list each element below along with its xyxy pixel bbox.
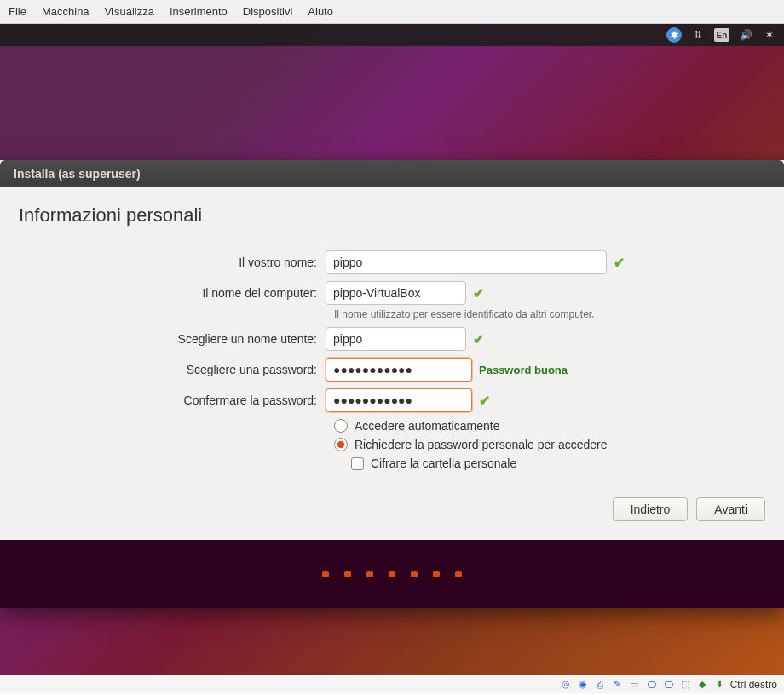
radio-auto-login[interactable]: Accedere automaticamente — [334, 419, 765, 433]
label-username: Scegliere un nome utente: — [19, 332, 326, 346]
radio-label: Accedere automaticamente — [355, 419, 499, 433]
installer-window: Installa (as superuser) Informazioni per… — [0, 160, 784, 608]
check-icon: ✔ — [479, 393, 490, 409]
guest-top-panel: ✱ ⇅ En 🔊 ✶ — [0, 24, 784, 46]
usb-icon[interactable]: ⎙ — [594, 678, 607, 691]
progress-dot — [455, 571, 462, 577]
name-input[interactable] — [326, 250, 607, 274]
check-icon: ✔ — [473, 285, 484, 302]
label-computer: Il nome del computer: — [19, 286, 326, 300]
progress-dot — [389, 571, 395, 577]
password-strength-label: Password buona — [479, 364, 568, 376]
progress-indicator — [0, 540, 784, 608]
vm-host-menubar: File Macchina Visualizza Inserimento Dis… — [0, 0, 784, 24]
page-heading: Informazioni personali — [19, 204, 765, 227]
vm-menu-file[interactable]: File — [9, 5, 26, 18]
network-icon[interactable]: ⇅ — [690, 27, 706, 43]
clipboard-icon[interactable]: ◆ — [696, 678, 709, 691]
accessibility-icon[interactable]: ✱ — [666, 27, 682, 43]
progress-dot — [366, 571, 373, 577]
vm-status-bar: ◎ ◉ ⎙ ✎ ▭ 🖵 🖵 ⬚ ◆ ⬇ Ctrl destro — [0, 675, 784, 693]
label-password: Scegliere una password: — [19, 363, 326, 376]
optical-icon[interactable]: ◉ — [577, 678, 590, 691]
vm-menu-inserimento[interactable]: Inserimento — [170, 5, 228, 18]
label-confirm: Confermare la password: — [19, 393, 326, 407]
check-icon: ✔ — [614, 255, 625, 271]
shared-folder-icon[interactable]: ✎ — [611, 678, 624, 691]
session-icon[interactable]: ✶ — [762, 27, 777, 43]
password-input[interactable] — [326, 358, 472, 382]
language-indicator[interactable]: En — [714, 27, 729, 43]
vm-menu-dispositivi[interactable]: Dispositivi — [243, 5, 293, 18]
audio-icon[interactable]: 🖵 — [662, 678, 675, 691]
radio-icon — [334, 438, 348, 451]
checkbox-icon — [351, 457, 364, 470]
guest-additions-icon[interactable]: ⬇ — [713, 678, 726, 691]
checkbox-label: Cifrare la cartella personale — [371, 457, 516, 470]
window-titlebar: Installa (as superuser) — [0, 160, 784, 187]
computer-name-hint: Il nome utilizzato per essere identifica… — [334, 308, 765, 320]
progress-dot — [344, 571, 351, 577]
back-button[interactable]: Indietro — [613, 497, 689, 521]
radio-require-password[interactable]: Richiedere la password personale per acc… — [334, 438, 765, 451]
confirm-password-input[interactable] — [326, 388, 472, 412]
check-icon: ✔ — [473, 331, 484, 348]
vm-menu-aiuto[interactable]: Aiuto — [308, 5, 333, 18]
display-icon[interactable]: ▭ — [628, 678, 641, 691]
progress-dot — [411, 571, 418, 577]
label-name: Il vostro nome: — [19, 256, 326, 269]
host-key-label: Ctrl destro — [730, 679, 777, 691]
next-button[interactable]: Avanti — [696, 497, 765, 521]
network-status-icon[interactable]: 🖵 — [645, 678, 658, 691]
computer-name-input[interactable] — [326, 281, 466, 305]
vm-menu-macchina[interactable]: Macchina — [42, 5, 89, 18]
radio-label: Richiedere la password personale per acc… — [355, 438, 608, 451]
progress-dot — [433, 571, 440, 577]
radio-icon — [334, 419, 348, 433]
checkbox-encrypt-home[interactable]: Cifrare la cartella personale — [334, 457, 765, 470]
guest-desktop: ✱ ⇅ En 🔊 ✶ Installa (as superuser) Infor… — [0, 24, 784, 675]
progress-dot — [322, 571, 329, 577]
username-input[interactable] — [326, 327, 466, 351]
hdd-icon[interactable]: ◎ — [560, 678, 573, 691]
sound-icon[interactable]: 🔊 — [738, 27, 753, 43]
vm-menu-visualizza[interactable]: Visualizza — [105, 5, 154, 18]
video-capture-icon[interactable]: ⬚ — [679, 678, 692, 691]
